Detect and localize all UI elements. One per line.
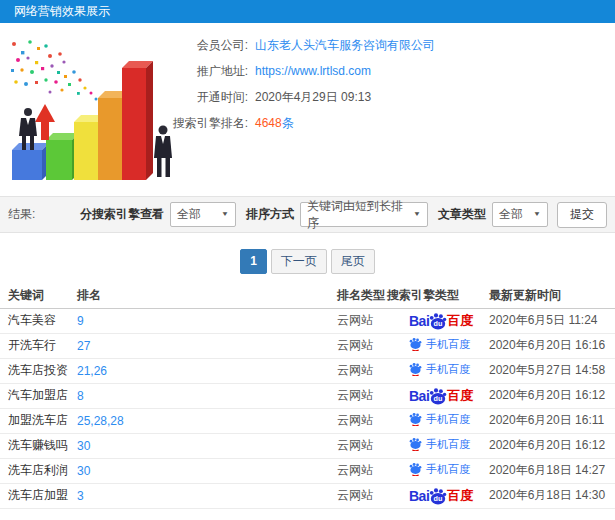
businessman-right — [154, 126, 172, 178]
filter-group: 分搜索引擎查看 全部 ▼ 排序方式 关键词由短到长排序 ▼ 文章类型 全部 ▼ … — [80, 202, 607, 228]
article-type-select-value: 全部 — [499, 206, 523, 223]
app-header: 网络营销效果展示 — [0, 0, 615, 23]
keyword-cell: 洗车店加盟 — [0, 483, 77, 508]
table-row: 开洗车行 27 云网站 手机百度 2020年6月20日 16:16 — [0, 333, 615, 358]
baidu-pc-logo: Bai du 百度 — [409, 387, 473, 405]
results-table-body: 汽车美容 9 云网站 Bai du 百度 2020年6月5日 11:24 开洗车… — [0, 308, 615, 508]
table-header-row: 关键词 排名 排名类型 搜索引擎类型 最新更新时间 — [0, 284, 615, 308]
result-label: 结果: — [8, 206, 35, 223]
member-company-link[interactable]: 山东老人头汽车服务咨询有限公司 — [255, 37, 435, 54]
rank-type-cell: 云网站 — [337, 408, 387, 433]
rank-cell: 8 — [77, 383, 337, 408]
rank-cell: 27 — [77, 333, 337, 358]
table-row: 洗车赚钱吗 30 云网站 手机百度 2020年6月20日 16:12 — [0, 433, 615, 458]
confetti-dots — [11, 40, 98, 100]
article-type-select[interactable]: 全部 ▼ — [492, 202, 548, 227]
mobile-baidu-paw-icon — [409, 437, 422, 451]
table-row: 汽车美容 9 云网站 Bai du 百度 2020年6月5日 11:24 — [0, 308, 615, 333]
sort-label: 排序方式 — [246, 206, 294, 223]
baidu-paw-icon: du — [429, 487, 447, 505]
engine-cell: Bai du 百度 — [387, 308, 489, 333]
engine-select-value: 全部 — [177, 206, 201, 223]
rank-cell: 25,28,28 — [77, 408, 337, 433]
rank-type-cell: 云网站 — [337, 383, 387, 408]
updated-time-cell: 2020年6月20日 16:12 — [489, 383, 615, 408]
svg-text:du: du — [434, 319, 443, 328]
table-row: 洗车店投资 21,26 云网站 手机百度 2020年5月27日 14:58 — [0, 358, 615, 383]
mobile-baidu-paw-icon — [409, 412, 422, 426]
engine-filter-label: 分搜索引擎查看 — [80, 206, 164, 223]
mobile-baidu-paw-icon — [409, 462, 422, 476]
rank-cell: 30 — [77, 458, 337, 483]
rank-type-cell: 云网站 — [337, 308, 387, 333]
filter-bar: 结果: 分搜索引擎查看 全部 ▼ 排序方式 关键词由短到长排序 ▼ 文章类型 全… — [0, 196, 615, 233]
bar-chart-illustration — [4, 31, 176, 189]
engine-cell: 手机百度 — [387, 358, 489, 383]
table-row: 洗车店利润 30 云网站 手机百度 2020年6月18日 14:27 — [0, 458, 615, 483]
keyword-cell: 洗车店投资 — [0, 358, 77, 383]
last-page-button[interactable]: 尾页 — [331, 249, 375, 274]
results-table: 关键词 排名 排名类型 搜索引擎类型 最新更新时间 汽车美容 9 云网站 Bai… — [0, 284, 615, 509]
submit-button[interactable]: 提交 — [557, 202, 607, 228]
column-header-rank-type: 排名类型 — [337, 284, 387, 308]
svg-text:du: du — [434, 494, 443, 503]
engine-cell: 手机百度 — [387, 333, 489, 358]
updated-time-cell: 2020年6月18日 14:30 — [489, 483, 615, 508]
engine-rank-unit: 条 — [282, 115, 294, 132]
baidu-pc-logo: Bai du 百度 — [409, 487, 473, 505]
next-page-button[interactable]: 下一页 — [271, 249, 327, 274]
chevron-down-icon: ▼ — [221, 211, 229, 218]
baidu-paw-icon: du — [429, 312, 447, 330]
rank-type-cell: 云网站 — [337, 333, 387, 358]
engine-select[interactable]: 全部 ▼ — [170, 202, 236, 227]
baidu-mobile-logo: 手机百度 — [409, 437, 470, 452]
keyword-cell: 开洗车行 — [0, 333, 77, 358]
rank-type-cell: 云网站 — [337, 483, 387, 508]
table-row: 汽车加盟店 8 云网站 Bai du 百度 2020年6月20日 16:12 — [0, 383, 615, 408]
rank-cell: 9 — [77, 308, 337, 333]
keyword-cell: 汽车加盟店 — [0, 383, 77, 408]
table-row: 加盟洗车店 25,28,28 云网站 手机百度 2020年6月20日 16:11 — [0, 408, 615, 433]
keyword-cell: 洗车赚钱吗 — [0, 433, 77, 458]
chevron-down-icon: ▼ — [413, 211, 421, 218]
engine-cell: Bai du 百度 — [387, 383, 489, 408]
baidu-mobile-logo: 手机百度 — [409, 412, 470, 427]
keyword-cell: 汽车美容 — [0, 308, 77, 333]
column-header-updated: 最新更新时间 — [489, 284, 615, 308]
page-title: 网络营销效果展示 — [14, 3, 110, 20]
info-section: 会员公司: 山东老人头汽车服务咨询有限公司 推广地址: https://www.… — [0, 23, 615, 196]
table-row: 洗车店加盟 3 云网站 Bai du 百度 2020年6月18日 14:30 — [0, 483, 615, 508]
baidu-mobile-logo: 手机百度 — [409, 462, 470, 477]
open-time-value: 2020年4月29日 09:13 — [255, 89, 371, 106]
rank-type-cell: 云网站 — [337, 433, 387, 458]
baidu-pc-logo: Bai du 百度 — [409, 312, 473, 330]
svg-text:du: du — [434, 394, 443, 403]
column-header-rank: 排名 — [77, 284, 337, 308]
updated-time-cell: 2020年6月20日 16:12 — [489, 433, 615, 458]
engine-cell: 手机百度 — [387, 408, 489, 433]
keyword-cell: 洗车店利润 — [0, 458, 77, 483]
engine-cell: 手机百度 — [387, 433, 489, 458]
updated-time-cell: 2020年6月20日 16:16 — [489, 333, 615, 358]
page-number-current[interactable]: 1 — [240, 249, 267, 274]
updated-time-cell: 2020年5月27日 14:58 — [489, 358, 615, 383]
mobile-baidu-paw-icon — [409, 337, 422, 351]
baidu-mobile-logo: 手机百度 — [409, 337, 470, 352]
engine-cell: 手机百度 — [387, 458, 489, 483]
baidu-mobile-logo: 手机百度 — [409, 362, 470, 377]
keyword-cell: 加盟洗车店 — [0, 408, 77, 433]
sort-select-value: 关键词由短到长排序 — [307, 198, 407, 232]
column-header-keyword: 关键词 — [0, 284, 77, 308]
pagination: 1 下一页 尾页 — [0, 249, 615, 274]
promo-url-link[interactable]: https://www.lrtlsd.com — [255, 64, 371, 78]
updated-time-cell: 2020年6月5日 11:24 — [489, 308, 615, 333]
baidu-paw-icon: du — [429, 387, 447, 405]
rank-cell: 30 — [77, 433, 337, 458]
mobile-baidu-paw-icon — [409, 362, 422, 376]
rank-type-cell: 云网站 — [337, 458, 387, 483]
rank-cell: 21,26 — [77, 358, 337, 383]
sort-select[interactable]: 关键词由短到长排序 ▼ — [300, 202, 428, 227]
rank-type-cell: 云网站 — [337, 358, 387, 383]
updated-time-cell: 2020年6月18日 14:27 — [489, 458, 615, 483]
article-type-label: 文章类型 — [438, 206, 486, 223]
